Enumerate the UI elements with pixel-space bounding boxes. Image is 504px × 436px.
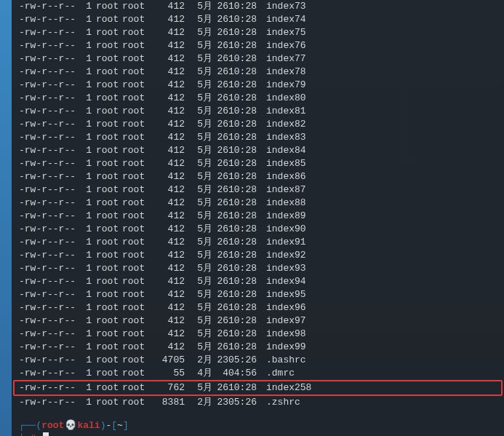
owner: root <box>96 157 122 170</box>
ls-row: -rw-r--r--1rootroot4125月2610:28index90 <box>19 223 497 236</box>
shell-prompt: ┌──(root💀kali)-[~] └─# <box>19 419 497 436</box>
group: root <box>122 92 151 105</box>
date-month: 5月 <box>192 314 212 328</box>
ls-row: -rw-r--r--1rootroot4125月2610:28index89 <box>19 210 497 223</box>
date-time: 10:28 <box>228 66 262 79</box>
file-name: index85 <box>266 157 306 170</box>
ls-row: -rw-r--r--1rootroot4125月2610:28index82 <box>19 118 497 131</box>
date-month: 5月 <box>192 39 212 52</box>
file-name: index89 <box>266 210 306 223</box>
permissions: -rw-r--r-- <box>19 396 83 409</box>
link-count: 1 <box>83 367 92 380</box>
group: root <box>122 13 151 26</box>
file-name: index91 <box>266 236 306 249</box>
ls-row: -rw-r--r--1rootroot83812月2305:26.zshrc <box>19 396 497 409</box>
group: root <box>122 328 151 341</box>
date-month: 5月 <box>192 157 212 170</box>
date-time: 10:28 <box>228 223 262 236</box>
file-size: 412 <box>151 210 185 223</box>
date-time: 10:28 <box>228 131 262 144</box>
file-size: 412 <box>151 92 185 105</box>
group: root <box>122 26 151 39</box>
file-name: index99 <box>266 341 306 354</box>
ls-row: -rw-r--r--1rootroot4125月2610:28index78 <box>19 66 497 79</box>
file-size: 412 <box>151 341 185 354</box>
date-month: 5月 <box>192 13 212 26</box>
date-month: 5月 <box>192 210 212 223</box>
permissions: -rw-r--r-- <box>19 236 83 249</box>
link-count: 1 <box>83 105 92 118</box>
ls-row: -rw-r--r--1rootroot4125月2610:28index77 <box>19 52 497 66</box>
date-time: 10:28 <box>228 52 262 66</box>
group: root <box>122 131 151 144</box>
group: root <box>122 381 151 395</box>
ls-row: -rw-r--r--1rootroot4125月2610:28index95 <box>19 288 497 301</box>
permissions: -rw-r--r-- <box>19 26 83 39</box>
group: root <box>122 367 151 380</box>
file-size: 412 <box>151 52 185 66</box>
ls-row: -rw-r--r--1rootroot7625月2610:28index258 <box>13 380 503 396</box>
owner: root <box>96 118 122 131</box>
owner: root <box>96 197 122 210</box>
file-name: index88 <box>266 197 306 210</box>
link-count: 1 <box>83 118 92 131</box>
ls-row: -rw-r--r--1rootroot47052月2305:26.bashrc <box>19 354 497 367</box>
group: root <box>122 262 151 275</box>
link-count: 1 <box>83 13 92 26</box>
file-name: index73 <box>266 0 306 13</box>
owner: root <box>96 381 122 395</box>
date-day: 26 <box>212 183 228 197</box>
link-count: 1 <box>83 210 92 223</box>
date-day: 23 <box>212 354 228 367</box>
ls-row: -rw-r--r--1rootroot4125月2610:28index94 <box>19 275 497 288</box>
date-day: 26 <box>212 314 228 328</box>
date-month: 5月 <box>192 223 212 236</box>
file-name: index83 <box>266 131 306 144</box>
date-day: 26 <box>212 13 228 26</box>
date-day: 26 <box>212 223 228 236</box>
file-name: index81 <box>266 105 306 118</box>
date-day: 26 <box>212 381 228 395</box>
link-count: 1 <box>83 354 92 367</box>
date-time: 10:28 <box>228 249 262 262</box>
prompt-host: kali <box>77 420 100 431</box>
permissions: -rw-r--r-- <box>19 381 83 395</box>
prompt-arrow: └─ <box>19 433 31 436</box>
group: root <box>122 396 151 409</box>
ls-row: -rw-r--r--1rootroot4125月2610:28index86 <box>19 170 497 183</box>
file-size: 412 <box>151 118 185 131</box>
link-count: 1 <box>83 275 92 288</box>
file-name: index96 <box>266 301 306 314</box>
link-count: 1 <box>83 26 92 39</box>
group: root <box>122 197 151 210</box>
date-month: 5月 <box>192 131 212 144</box>
date-time: 10:28 <box>228 0 262 13</box>
date-day: 26 <box>212 197 228 210</box>
date-time: 10:28 <box>228 197 262 210</box>
file-name: .zshrc <box>266 396 300 409</box>
date-time: 10:28 <box>228 341 262 354</box>
date-time: 10:28 <box>228 301 262 314</box>
owner: root <box>96 328 122 341</box>
group: root <box>122 236 151 249</box>
link-count: 1 <box>83 157 92 170</box>
cursor-icon[interactable] <box>43 432 49 436</box>
ls-row: -rw-r--r--1rootroot4125月2610:28index87 <box>19 183 497 197</box>
owner: root <box>96 105 122 118</box>
owner: root <box>96 144 122 157</box>
date-month: 5月 <box>192 118 212 131</box>
ls-row: -rw-r--r--1rootroot4125月2610:28index98 <box>19 328 497 341</box>
terminal-window[interactable]: -rw-r--r--1rootroot4125月2610:28index73-r… <box>12 0 504 436</box>
permissions: -rw-r--r-- <box>19 131 83 144</box>
file-size: 8381 <box>151 396 185 409</box>
owner: root <box>96 354 122 367</box>
link-count: 1 <box>83 170 92 183</box>
file-size: 55 <box>151 367 185 380</box>
date-time: 10:28 <box>228 105 262 118</box>
date-month: 5月 <box>192 52 212 66</box>
ls-row: -rw-r--r--1rootroot4125月2610:28index92 <box>19 249 497 262</box>
permissions: -rw-r--r-- <box>19 118 83 131</box>
permissions: -rw-r--r-- <box>19 288 83 301</box>
file-name: index97 <box>266 314 306 328</box>
date-time: 10:28 <box>228 328 262 341</box>
